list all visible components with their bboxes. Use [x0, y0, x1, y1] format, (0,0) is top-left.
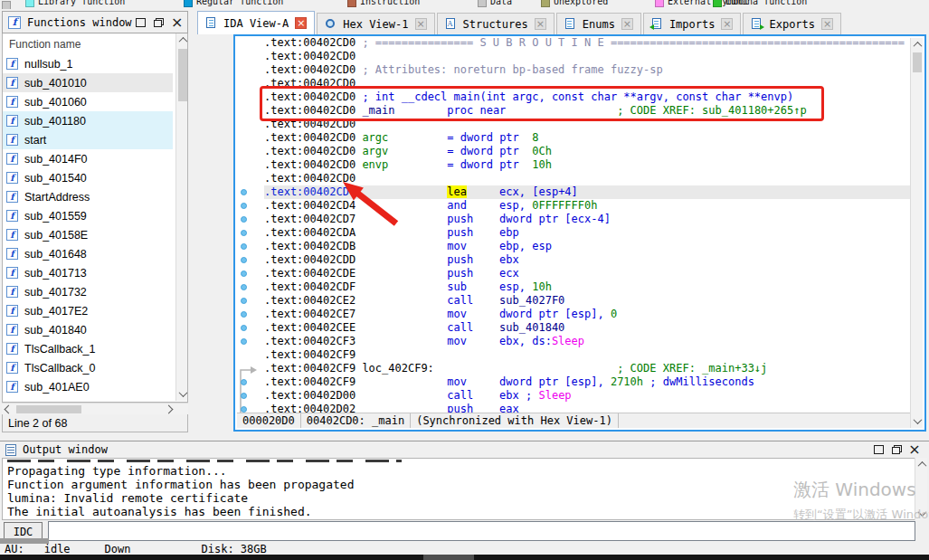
asm-line[interactable]: .text:00402CD0 ; Attributes: noreturn bp… [235, 63, 912, 77]
functions-hscrollbar[interactable] [2, 403, 188, 414]
tab-close-icon[interactable]: × [535, 18, 546, 30]
asm-line[interactable]: .text:00402CE2 call sub_4027F0 [235, 294, 912, 308]
asm-line[interactable]: .text:00402CF9 mov dword ptr [esp], 2710… [235, 375, 912, 389]
asm-margin [235, 389, 264, 403]
clipped-log-line [7, 460, 402, 462]
maximize-button[interactable] [869, 443, 887, 457]
function-row[interactable]: fsub_401648 [3, 244, 173, 263]
function-row[interactable]: fsub_401180 [3, 111, 173, 130]
function-row[interactable]: fStartAddress [3, 187, 173, 206]
asm-line[interactable]: .text:00402CD0 argc = dword ptr 8 [235, 131, 912, 145]
scrollbar-thumb[interactable] [178, 49, 187, 101]
output-log[interactable]: Propagating type information...Function … [2, 458, 927, 520]
tab-structures[interactable]: AStructures× [437, 13, 555, 34]
legend-label: Unexplored [554, 0, 608, 6]
disasm-vscrollbar[interactable] [910, 38, 923, 428]
legend-color-swatch [713, 0, 722, 7]
tab-imports[interactable]: Imports× [643, 13, 742, 34]
close-button[interactable]: × [168, 15, 186, 29]
tab-close-icon[interactable]: × [415, 18, 427, 30]
function-row[interactable]: fsub_401840 [3, 320, 173, 339]
function-row[interactable]: fTlsCallback_0 [3, 358, 173, 377]
disasm-status-segment: 00402CD0: _main [301, 413, 411, 428]
function-row[interactable]: fnullsub_1 [3, 54, 173, 73]
function-icon: f [6, 77, 18, 89]
asm-line[interactable]: .text:00402CF9 [235, 348, 912, 362]
function-name: sub_401060 [24, 96, 87, 109]
asm-line[interactable]: .text:00402CD0 argv = dword ptr 0Ch [235, 145, 912, 158]
tab-enums[interactable]: Enums× [556, 13, 641, 34]
function-icon: f [6, 153, 18, 165]
scroll-up-icon[interactable] [915, 458, 928, 471]
function-row[interactable]: fsub_401AE0 [3, 377, 173, 396]
function-row[interactable]: fsub_401559 [3, 206, 173, 225]
functions-vscrollbar[interactable] [175, 33, 188, 401]
scroll-down-icon[interactable] [176, 387, 188, 401]
legend-label: Lumina function [725, 0, 807, 6]
asm-line[interactable]: .text:00402CDF sub esp, 10h [235, 280, 912, 294]
function-row[interactable]: fsub_401732 [3, 282, 173, 301]
instruction-dot-icon [241, 338, 247, 345]
asm-line[interactable]: .text:00402CE7 mov dword ptr [esp], 0 [235, 308, 912, 321]
asm-text: .text:00402CE7 mov dword ptr [esp], 0 [264, 308, 912, 321]
tab-close-icon[interactable]: × [721, 18, 733, 30]
asm-margin [235, 267, 264, 280]
function-row[interactable]: fstart [3, 130, 173, 149]
maximize-button[interactable] [132, 15, 150, 29]
close-button[interactable]: × [905, 443, 924, 457]
windows-watermark-line2: 转到“设置”以激活 Windows。 [793, 507, 929, 523]
asm-line[interactable]: .text:00402CF9 loc_402CF9: ; CODE XREF: … [235, 362, 912, 375]
tab-close-icon[interactable]: × [621, 18, 633, 30]
tab-hex-view-1[interactable]: Hex View-1× [317, 13, 434, 34]
function-name: sub_4017E2 [24, 305, 88, 318]
asm-margin [235, 348, 264, 362]
asm-line[interactable]: .text:00402CDE push ecx [235, 267, 912, 280]
asm-line[interactable]: .text:00402CDD push ebx [235, 253, 912, 267]
function-row[interactable]: fsub_4017E2 [3, 301, 173, 320]
float-button[interactable] [150, 15, 168, 29]
tab-close-icon[interactable]: × [295, 17, 307, 29]
function-icon: f [6, 58, 18, 70]
asm-line[interactable]: .text:00402CF3 mov ebx, ds:Sleep [235, 335, 912, 348]
instruction-dot-icon [241, 379, 247, 385]
asm-text: .text:00402CD0 argv = dword ptr 0Ch [264, 145, 912, 158]
tab-ida-view-a[interactable]: IDA View-A× [197, 11, 315, 34]
scroll-up-icon[interactable] [911, 38, 924, 52]
legend-label: Instruction [360, 0, 420, 6]
scroll-down-icon[interactable] [911, 414, 924, 428]
tab-label: Exports [769, 18, 815, 31]
asm-margin [235, 199, 264, 213]
functions-list: Function name fnullsub_1fsub_401010fsub_… [2, 33, 188, 403]
imports-icon [651, 18, 663, 30]
function-row[interactable]: fsub_40158E [3, 225, 173, 244]
asm-line[interactable]: .text:00402CEE call sub_401840 [235, 321, 912, 335]
asm-margin [235, 240, 264, 253]
function-row[interactable]: fsub_401060 [3, 92, 173, 111]
scrollbar-thumb[interactable] [16, 405, 81, 413]
asm-line[interactable]: .text:00402CD0 ; =============== S U B R… [235, 36, 912, 50]
tab-close-icon[interactable]: × [821, 18, 833, 30]
function-name: nullsub_1 [24, 58, 73, 71]
instruction-dot-icon [241, 284, 247, 290]
scrollbar-thumb[interactable] [913, 52, 922, 72]
function-name: TlsCallback_1 [24, 343, 96, 356]
asm-line[interactable]: .text:00402CD0 [235, 50, 912, 63]
disasm-status-segment: (Synchronized with Hex View-1) [411, 413, 619, 428]
function-icon: f [6, 324, 18, 336]
asm-line[interactable]: .text:00402D00 call ebx ; Sleep [235, 389, 912, 403]
asm-line[interactable]: .text:00402CDB mov ebp, esp [235, 240, 912, 253]
function-row[interactable]: fsub_4014F0 [3, 149, 173, 168]
asm-line[interactable]: .text:00402CD0 envp = dword ptr 10h [235, 158, 912, 172]
tab-exports[interactable]: Exports× [743, 13, 841, 34]
scroll-up-icon[interactable] [176, 33, 188, 47]
float-button[interactable] [887, 443, 905, 457]
legend-color-swatch [184, 0, 193, 7]
function-row[interactable]: fTlsCallback_1 [3, 339, 173, 358]
function-icon: f [6, 248, 18, 260]
function-row[interactable]: fsub_401010 [3, 73, 173, 92]
functions-list-header[interactable]: Function name [3, 33, 187, 54]
idc-input[interactable] [48, 521, 915, 541]
function-name: sub_401180 [24, 115, 86, 128]
function-row[interactable]: fsub_401713 [3, 263, 173, 282]
function-row[interactable]: fsub_401540 [3, 168, 173, 187]
